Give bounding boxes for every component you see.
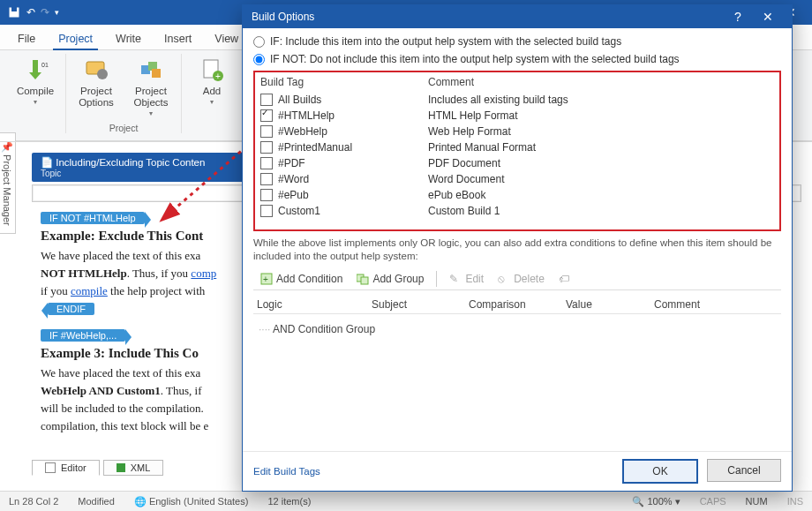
add-label: Add [203,86,221,96]
body-text: . Thus, if [161,384,202,397]
project-objects-button[interactable]: Project Objects ▾ [128,56,174,117]
dialog-close-icon[interactable]: ✕ [753,10,783,24]
project-options-button[interactable]: Project Options [73,56,119,117]
status-language[interactable]: 🌐 English (United States) [134,496,249,507]
build-tag-row[interactable]: All BuildsIncludes all existing build ta… [260,92,778,108]
status-items: 12 item(s) [267,496,311,507]
build-tag-checkbox[interactable] [260,109,273,122]
body-text: We have placed the text of this exa [41,366,200,379]
cancel-button[interactable]: Cancel [707,459,781,482]
build-tag-checkbox[interactable] [260,125,273,138]
topic-icon: 📄 [41,157,56,168]
build-tag-row[interactable]: #ePubePub eBook [260,187,778,203]
add-icon: + [198,56,226,84]
radio-ifnot-input[interactable] [253,54,265,65]
ribbon-tab-write[interactable]: Write [105,29,152,49]
tab-xml[interactable]: XML [103,460,164,476]
col-comment2[interactable]: Comment [654,298,778,311]
tab-xml-label: XML [131,462,151,473]
add-group-button[interactable]: Add Group [351,271,429,287]
topic-tab[interactable]: 📄 Including/Excluding Topic Conten Topic [32,153,252,182]
build-tag-row[interactable]: #PDFPDF Document [260,155,778,171]
zoom-control[interactable]: 🔍 100% ▾ [632,496,680,507]
status-num: NUM [746,496,768,507]
build-tag-row[interactable]: #PrintedManualPrinted Manual Format [260,139,778,155]
build-tag-comment: Custom Build 1 [428,205,778,217]
condition-root-node[interactable]: AND Condition Group [259,323,776,335]
column-build-tag[interactable]: Build Tag [260,76,428,88]
help-icon[interactable]: ? [723,10,753,24]
status-caret-pos: Ln 28 Col 2 [9,496,58,507]
topic-tab-sub: Topic [41,169,244,178]
dialog-titlebar[interactable]: Build Options ? ✕ [243,5,792,28]
col-subject[interactable]: Subject [372,298,469,311]
tab-editor[interactable]: Editor [32,460,100,476]
compile-link[interactable]: compile [71,284,108,297]
body-text: We have placed the text of this exa [41,249,200,262]
build-tag-comment: Includes all existing build tags [428,94,778,106]
dropdown-icon[interactable]: ▾ [55,8,59,17]
build-tag-row[interactable]: Custom1Custom Build 1 [260,203,778,219]
edit-button[interactable]: ✎ Edit [444,271,489,287]
conditions-tree[interactable]: AND Condition Group [253,319,781,446]
add-condition-button[interactable]: + Add Condition [255,271,348,287]
delete-icon: ⦸ [498,273,510,285]
ok-button[interactable]: OK [622,459,698,484]
add-condition-label: Add Condition [276,273,342,285]
save-icon[interactable] [7,5,21,19]
build-tag-checkbox[interactable] [260,205,273,217]
body-text: if you [41,284,71,297]
options-icon [82,56,110,84]
build-tag-row[interactable]: #WordWord Document [260,171,778,187]
build-tag-comment: Word Document [428,173,778,185]
build-tag-comment: HTML Help Format [428,109,778,122]
col-logic[interactable]: Logic [257,298,372,311]
body-text: . Thus, if you [127,267,192,280]
build-tag-comment: Web Help Format [428,125,778,138]
build-tag-checkbox[interactable] [260,173,273,185]
status-modified: Modified [78,496,115,507]
radio-if-input[interactable] [253,36,265,48]
cond-tag-endif[interactable]: ENDIF [48,303,94,315]
redo-icon[interactable]: ↷ [41,6,49,19]
body-text: compilation, this text block will be e [41,419,208,432]
ribbon-group-caption: Project [109,123,139,133]
body-text: NOT HTMLHelp [41,267,127,280]
ribbon-tab-insert[interactable]: Insert [154,29,202,49]
svg-rect-2 [11,7,17,11]
build-tag-checkbox[interactable] [260,141,273,154]
radio-ifnot[interactable]: IF NOT: Do not include this item into th… [253,53,781,65]
build-tag-row[interactable]: #WebHelpWeb Help Format [260,124,778,139]
build-tag-row[interactable]: #HTMLHelpHTML Help Format [260,108,778,124]
cond-tag-ifnot[interactable]: IF NOT #HTMLHelp [41,212,145,224]
tab-editor-label: Editor [61,462,86,473]
cond-tag-if-webhelp[interactable]: IF #WebHelp,... [41,329,125,342]
radio-if[interactable]: IF: Include this item into the output he… [253,35,781,48]
dialog-title: Build Options [252,11,314,23]
column-comment[interactable]: Comment [428,76,774,88]
build-tag-comment: ePub eBook [428,189,778,201]
col-value[interactable]: Value [566,298,654,311]
build-tag-checkbox[interactable] [260,157,273,169]
build-tag-comment: Printed Manual Format [428,141,778,154]
compile-button[interactable]: 01 Compile ▾ [12,56,58,106]
svg-text:+: + [215,71,221,81]
undo-icon[interactable]: ↶ [26,6,35,19]
add-button[interactable]: + Add ▾ [189,56,235,106]
edit-build-tags-link[interactable]: Edit Build Tags [253,466,320,477]
build-tag-checkbox[interactable] [260,189,273,201]
extra-tool-button[interactable]: 🏷 [553,271,576,287]
conditions-columns: Logic Subject Comparison Value Comment [253,296,781,314]
delete-button[interactable]: ⦸ Delete [492,271,550,287]
radio-if-label: IF: Include this item into the output he… [270,35,621,48]
pencil-icon: ✎ [449,273,462,285]
ribbon-tab-project[interactable]: Project [48,29,103,49]
body-text: WebHelp AND Custom1 [41,384,161,397]
compile-link[interactable]: comp [191,267,216,280]
col-comparison[interactable]: Comparison [469,298,566,311]
ribbon-tab-file[interactable]: File [7,29,46,49]
build-tags-list[interactable]: All BuildsIncludes all existing build ta… [255,92,779,229]
body-text: the help project with [108,284,205,297]
build-options-dialog: Build Options ? ✕ IF: Include this item … [242,4,793,492]
build-tag-checkbox[interactable] [260,94,273,106]
